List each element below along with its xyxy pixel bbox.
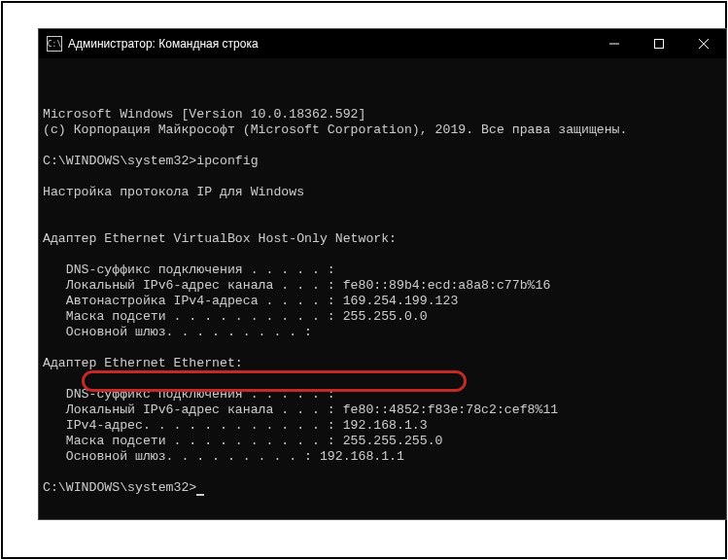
cmd-icon: C:\	[47, 36, 62, 52]
terminal-line: Настройка протокола IP для Windows	[43, 185, 726, 200]
minimize-button[interactable]	[592, 29, 637, 58]
terminal-line	[43, 371, 726, 387]
terminal-line	[43, 138, 726, 154]
terminal-output[interactable]: Microsoft Windows [Version 10.0.18362.59…	[39, 58, 726, 519]
window-controls	[592, 29, 726, 58]
terminal-line: Адаптер Ethernet VirtualBox Host-Only Ne…	[43, 231, 726, 247]
terminal-line: DNS-суффикс подключения . . . . . :	[43, 387, 726, 402]
terminal-line	[43, 216, 726, 231]
terminal-line	[43, 340, 726, 356]
maximize-button[interactable]	[637, 29, 681, 58]
terminal-line: Автонастройка IPv4-адреса . . . . : 169.…	[43, 294, 726, 309]
close-button[interactable]	[681, 29, 726, 58]
svg-rect-1	[655, 40, 664, 49]
terminal-line: Основной шлюз. . . . . . . . . :	[43, 325, 726, 340]
terminal-line: Маска подсети . . . . . . . . . . : 255.…	[43, 434, 726, 449]
terminal-line: Microsoft Windows [Version 10.0.18362.59…	[43, 107, 726, 122]
terminal-line	[43, 200, 726, 216]
screenshot-frame: C:\ Администратор: Командная строка Micr…	[1, 1, 727, 559]
terminal-line: C:\WINDOWS\system32>	[43, 480, 726, 496]
terminal-line: Адаптер Ethernet Ethernet:	[43, 356, 726, 371]
titlebar[interactable]: C:\ Администратор: Командная строка	[39, 29, 726, 58]
terminal-line: DNS-суффикс подключения . . . . . :	[43, 262, 726, 278]
terminal-line: Локальный IPv6-адрес канала . . . : fe80…	[43, 278, 726, 294]
terminal-line	[43, 465, 726, 480]
terminal-line: IPv4-адрес. . . . . . . . . . . . : 192.…	[43, 418, 726, 434]
terminal-line: Маска подсети . . . . . . . . . . : 255.…	[43, 309, 726, 325]
window-title: Администратор: Командная строка	[68, 37, 592, 51]
terminal-line: (c) Корпорация Майкрософт (Microsoft Cor…	[43, 122, 726, 138]
terminal-line: C:\WINDOWS\system32>ipconfig	[43, 154, 726, 169]
terminal-line: Основной шлюз. . . . . . . . . : 192.168…	[43, 449, 726, 465]
cmd-window: C:\ Администратор: Командная строка Micr…	[38, 28, 727, 520]
terminal-line: Локальный IPv6-адрес канала . . . : fe80…	[43, 402, 726, 418]
terminal-line	[43, 247, 726, 262]
cursor	[196, 494, 204, 496]
terminal-line	[43, 169, 726, 185]
